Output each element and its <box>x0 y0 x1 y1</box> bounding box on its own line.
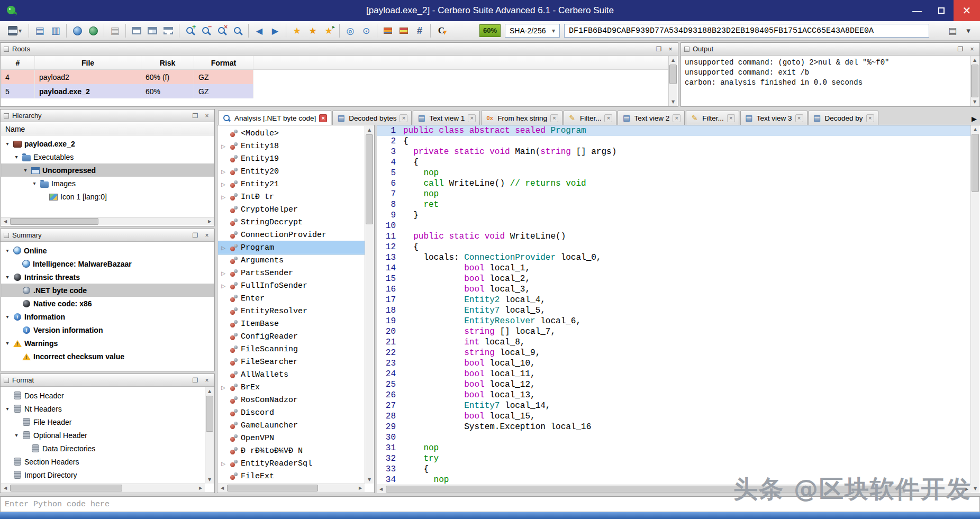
expand-arrow-icon[interactable]: ▷ <box>220 270 226 276</box>
view-single-button[interactable] <box>129 23 144 38</box>
tree-item-data-directories[interactable]: Data Directories <box>1 442 205 455</box>
rescan-file-button[interactable] <box>359 23 374 38</box>
expand-arrow-icon[interactable]: ▷ <box>220 181 226 187</box>
format-view-button[interactable] <box>396 23 411 38</box>
scroll-up-icon[interactable]: ▲ <box>365 126 374 134</box>
class-item-openvpn[interactable]: OpenVPN <box>218 432 365 444</box>
roots-vertical-scrollbar[interactable]: ▲ ▼ <box>668 56 677 106</box>
table-row[interactable]: 4payload260% (f)GZ <box>1 70 668 84</box>
class-item-entity20[interactable]: ▷Entity20 <box>218 165 365 178</box>
tree-item-uncompressed[interactable]: ▾Uncompressed <box>1 163 214 177</box>
scroll-track[interactable] <box>226 484 356 492</box>
scroll-down-icon[interactable]: ▼ <box>669 98 677 106</box>
expand-arrow-icon[interactable]: ▾ <box>4 248 11 253</box>
scroll-left-icon[interactable]: ◀ <box>1 484 10 492</box>
tree-item-online[interactable]: ▾Online <box>1 244 214 257</box>
scroll-left-icon[interactable]: ◀ <box>377 485 385 493</box>
column-header[interactable]: Format <box>194 56 253 69</box>
scroll-track[interactable] <box>970 64 979 98</box>
scroll-handle[interactable] <box>972 134 979 192</box>
tree-item-intrinsic-threats[interactable]: ▾Intrinsic threats <box>1 270 214 284</box>
scroll-handle[interactable] <box>669 65 677 84</box>
save-button[interactable]: ▾ <box>4 23 25 38</box>
expand-arrow-icon[interactable]: ▷ <box>220 169 226 175</box>
class-item-itembase[interactable]: ItemBase <box>218 317 365 330</box>
tab-filter[interactable]: Filter...× <box>564 111 617 125</box>
view-float-button[interactable] <box>161 23 176 38</box>
hash-value-field[interactable]: DF1FB6B4D9CABF939D77A534D93188B23D2EB198… <box>564 24 929 38</box>
online-resources-button[interactable] <box>86 23 101 38</box>
class-item-entity21[interactable]: ▷Entity21 <box>218 178 365 190</box>
expand-arrow-icon[interactable]: ▷ <box>220 283 226 289</box>
scroll-right-icon[interactable]: ▶ <box>205 217 214 225</box>
class-item-entity18[interactable]: ▷Entity18 <box>218 140 365 152</box>
close-panel-button[interactable]: × <box>203 112 211 120</box>
class-list-vertical-scrollbar[interactable]: ▲ ▼ <box>365 126 374 484</box>
tree-item-payload-exe-2[interactable]: ▾payload.exe_2 <box>1 137 214 150</box>
format-horizontal-scrollbar[interactable]: ◀ ▶ <box>1 484 205 492</box>
scroll-down-icon[interactable]: ▼ <box>971 485 979 493</box>
class-item-gamelauncher[interactable]: GameLauncher <box>218 419 365 432</box>
tree-item-warnings[interactable]: ▾Warnings <box>1 336 214 350</box>
class-item-program[interactable]: ▷Program <box>218 241 365 254</box>
clear-search-button[interactable]: × <box>214 23 229 38</box>
tree-item-intelligence-malwarebazaar[interactable]: Intelligence: MalwareBazaar <box>1 257 214 270</box>
class-item-configreader[interactable]: ConfigReader <box>218 330 365 343</box>
class-list-horizontal-scrollbar[interactable]: ◀ ▶ <box>218 484 365 492</box>
class-item-allwallets[interactable]: AllWallets <box>218 368 365 381</box>
class-item-arguments[interactable]: Arguments <box>218 254 365 267</box>
tree-item-version-information[interactable]: Version information <box>1 323 214 336</box>
tree-item-section-headers[interactable]: Section Headers <box>1 455 205 468</box>
scroll-track[interactable] <box>205 395 214 476</box>
tab-decoded-by[interactable]: Decoded by× <box>809 111 878 125</box>
scroll-right-icon[interactable]: ▶ <box>356 484 365 492</box>
expand-arrow-icon[interactable]: ▾ <box>4 141 11 147</box>
class-item-module[interactable]: <Module> <box>218 127 365 140</box>
tab-text-view-2[interactable]: Text view 2× <box>618 111 685 125</box>
float-panel-button[interactable]: ❐ <box>655 45 663 53</box>
scroll-up-icon[interactable]: ▲ <box>970 56 979 64</box>
table-row[interactable]: 5payload.exe_260%GZ <box>1 84 668 98</box>
scroll-track[interactable] <box>971 133 979 485</box>
tree-item-import-directory[interactable]: Import Directory <box>1 468 205 481</box>
scroll-handle[interactable] <box>227 485 318 491</box>
class-item-roscomnadzor[interactable]: RosComNadzor <box>218 394 365 406</box>
float-panel-button[interactable]: ❐ <box>191 112 199 120</box>
tree-item-dos-header[interactable]: Dos Header <box>1 389 205 402</box>
toolbar-menu-button[interactable] <box>961 23 976 38</box>
expand-arrow-icon[interactable]: ▷ <box>220 143 226 149</box>
tree-item-information[interactable]: ▾Information <box>1 310 214 323</box>
open-file-button[interactable] <box>32 23 47 38</box>
zoom-out-button[interactable]: − <box>198 23 213 38</box>
tree-item-optional-header[interactable]: ▾Optional Header <box>1 429 205 442</box>
text-report-button[interactable] <box>107 23 122 38</box>
column-header[interactable]: # <box>1 56 35 69</box>
class-item-partssender[interactable]: ▷PartsSender <box>218 267 365 279</box>
scroll-down-icon[interactable]: ▼ <box>970 98 979 106</box>
class-item-filescanning[interactable]: FileScanning <box>218 343 365 356</box>
add-bookmark-button[interactable] <box>289 23 304 38</box>
tree-item-images[interactable]: ▾Images <box>1 177 214 190</box>
scroll-left-icon[interactable]: ◀ <box>218 484 226 492</box>
hash-algorithm-select[interactable]: SHA-2/256▾ <box>505 24 560 38</box>
next-bookmark-button[interactable]: ▸ <box>321 23 336 38</box>
format-vertical-scrollbar[interactable]: ▲ ▼ <box>205 387 214 484</box>
scroll-track[interactable] <box>669 64 677 98</box>
zoom-in-button[interactable]: + <box>183 23 197 38</box>
hex-view-button[interactable] <box>380 23 395 38</box>
class-item-entityreadersql[interactable]: ▷EntityReaderSql <box>218 457 365 470</box>
carbon-disassembler-button[interactable] <box>434 23 449 38</box>
back-button[interactable] <box>252 23 267 38</box>
class-item-cryptohelper[interactable]: CryptoHelper <box>218 203 365 216</box>
class-item-connectionprovider[interactable]: ConnectionProvider <box>218 229 365 241</box>
tab-from-hex-string[interactable]: From hex string× <box>481 111 562 125</box>
expand-arrow-icon[interactable]: ▾ <box>31 180 38 186</box>
copy-hash-button[interactable] <box>945 23 960 38</box>
scroll-handle[interactable] <box>366 134 373 224</box>
expand-arrow-icon[interactable]: ▷ <box>220 245 226 251</box>
minimize-button[interactable]: — <box>905 0 929 21</box>
tab-close-button[interactable]: × <box>550 114 558 122</box>
forward-button[interactable] <box>268 23 283 38</box>
scan-file-button[interactable] <box>343 23 358 38</box>
tree-item-icon-1-lang-0[interactable]: Icon 1 [lang:0] <box>1 190 214 203</box>
